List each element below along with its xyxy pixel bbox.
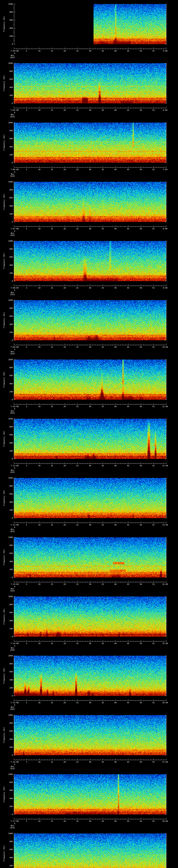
y-tick-label: 400	[5, 264, 13, 266]
date-month-label: Nov	[11, 706, 14, 708]
y-axis-title: Frequency (Hz)	[3, 16, 5, 32]
date-day-label: 4	[14, 112, 15, 114]
end-time-label: 10:00	[162, 346, 168, 348]
x-tick-label: 35	[101, 702, 104, 704]
x-tick-label: 25	[76, 583, 79, 585]
y-tick-label: 800	[5, 11, 13, 13]
y-tick-label: 1000	[5, 418, 13, 420]
date-month-label: Nov	[11, 410, 14, 412]
start-time-label: 7:11:00	[10, 465, 19, 467]
date-year-label: 2015	[10, 116, 15, 118]
x-tick-label: 30	[89, 524, 91, 526]
y-tick-label: 800	[5, 603, 13, 606]
end-time-label: 13:00	[162, 524, 168, 526]
y-axis-title: Frequency (Hz)	[3, 194, 5, 210]
y-tick-label: 400	[5, 205, 13, 207]
x-tick-label: 45	[127, 583, 129, 585]
end-time-label: 12:00	[162, 465, 168, 467]
x-tick-label: 35	[101, 820, 104, 822]
x-tick-label: 10	[38, 583, 40, 585]
x-tick-label: 25	[76, 465, 79, 467]
y-tick-label: 600	[5, 375, 13, 376]
y-tick-label: 1000	[5, 833, 13, 835]
x-tick-label: 10	[38, 820, 40, 822]
x-tick-label: 5	[26, 761, 27, 763]
y-tick-label: 0	[5, 695, 13, 697]
x-tick-label: 5	[26, 465, 27, 467]
x-tick-label: 15	[51, 50, 53, 52]
x-tick-label: 55	[152, 524, 154, 526]
x-tick-label: 50	[140, 109, 142, 111]
x-tick-label: 25	[76, 346, 79, 348]
date-year-label: 2015	[10, 175, 15, 177]
y-tick-label: 1000	[5, 655, 13, 657]
date-month-label: Nov	[11, 528, 14, 530]
date-month-label: Nov	[11, 766, 14, 768]
date-day-label: 4	[14, 645, 15, 647]
y-tick-label: 0	[5, 221, 13, 223]
y-tick-label: 200	[5, 332, 13, 333]
date-year-label: 2015	[10, 353, 15, 355]
x-tick-label: 40	[114, 50, 116, 52]
date-year-label: 2015	[10, 530, 15, 532]
y-tick-label: 0	[5, 43, 13, 45]
y-tick-label: 600	[5, 730, 13, 732]
x-tick-label: 50	[140, 287, 142, 289]
x-tick-label: 45	[127, 643, 129, 644]
date-day-label: 4	[14, 704, 15, 706]
date-month-label: Nov	[11, 232, 14, 234]
date-day-label: 4	[14, 230, 15, 232]
x-tick-label: 55	[152, 406, 154, 407]
x-tick-label: 55	[152, 287, 154, 289]
y-axis-title: Frequency (Hz)	[3, 845, 5, 862]
y-tick-label: 600	[5, 493, 13, 495]
y-axis-title: Frequency (Hz)	[3, 75, 5, 91]
y-tick-label: 400	[5, 561, 13, 562]
y-tick-label: 200	[5, 865, 13, 867]
y-axis-title: Frequency (Hz)	[3, 312, 5, 328]
x-tick-label: 30	[89, 702, 91, 704]
x-tick-label: 10	[38, 346, 40, 348]
y-tick-label: 200	[5, 806, 13, 807]
x-tick-label: 10	[38, 287, 40, 289]
date-month-label: Nov	[11, 469, 14, 471]
x-tick-label: 20	[63, 168, 66, 170]
y-tick-label: 600	[5, 197, 13, 199]
x-tick-label: 15	[51, 524, 53, 526]
x-tick-label: 35	[101, 346, 104, 348]
x-tick-label: 30	[89, 820, 91, 822]
x-tick-label: 20	[63, 228, 66, 230]
y-tick-label: 200	[5, 94, 13, 96]
x-tick-label: 35	[101, 643, 104, 644]
x-tick-label: 50	[140, 583, 142, 585]
x-tick-label: 50	[140, 50, 142, 52]
y-tick-label: 400	[5, 442, 13, 444]
x-tick-label: 25	[76, 109, 79, 111]
y-tick-label: 800	[5, 781, 13, 783]
x-tick-label: 55	[152, 109, 154, 111]
x-tick-label: 45	[127, 228, 129, 230]
x-tick-label: 20	[63, 643, 66, 644]
end-time-label: 11:00	[162, 406, 168, 407]
y-tick-label: 800	[5, 189, 13, 191]
x-tick-label: 35	[101, 287, 104, 289]
x-tick-label: 45	[127, 702, 129, 704]
y-axis-title: Frequency (Hz)	[3, 134, 5, 151]
x-tick-label: 25	[76, 168, 79, 170]
x-tick-label: 25	[76, 228, 79, 230]
x-tick-label: 20	[63, 465, 66, 467]
x-tick-label: 40	[114, 643, 116, 644]
x-tick-label: 30	[89, 109, 91, 111]
y-tick-label: 800	[5, 426, 13, 428]
y-tick-label: 800	[5, 485, 13, 487]
date-year-label: 2015	[10, 768, 15, 770]
start-time-label: 7:15:00	[10, 702, 19, 704]
x-tick-label: 40	[114, 346, 116, 348]
x-tick-label: 45	[127, 287, 129, 289]
x-tick-label: 45	[127, 346, 129, 348]
x-tick-label: 55	[152, 583, 154, 585]
x-tick-label: 55	[152, 228, 154, 230]
y-axis-title: Frequency (Hz)	[3, 727, 5, 743]
y-axis-title: Frequency (Hz)	[3, 431, 5, 447]
y-tick-label: 1000	[5, 714, 13, 716]
